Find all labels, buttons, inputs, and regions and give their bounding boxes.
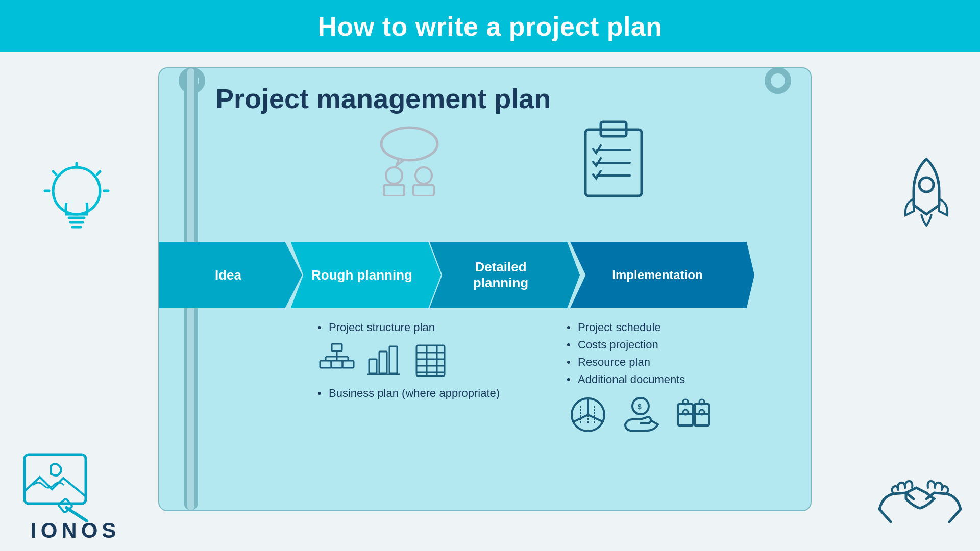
page-title: How to write a project plan bbox=[0, 11, 980, 42]
arrow-idea-label: Idea bbox=[215, 267, 241, 283]
header-bar: How to write a project plan bbox=[0, 0, 980, 52]
rough-item-2: • Business plan (where appropriate) bbox=[317, 387, 546, 400]
svg-point-16 bbox=[386, 167, 402, 184]
detailed-item-1: • Project schedule bbox=[567, 321, 795, 334]
svg-rect-31 bbox=[320, 361, 331, 368]
detailed-planning-content: • Project schedule • Costs projection • … bbox=[567, 321, 795, 437]
scroll-title: Project management plan bbox=[215, 83, 551, 114]
svg-rect-32 bbox=[331, 361, 342, 368]
arrow-detailed-label: Detailedplanning bbox=[473, 259, 528, 291]
idea-lightbulb-icon bbox=[41, 159, 112, 243]
arrow-implementation: Implementation bbox=[560, 242, 754, 308]
svg-line-13 bbox=[879, 509, 891, 522]
scroll-curl-top-right bbox=[765, 67, 791, 94]
arrows-row: Idea Rough planning Detailedplanning Imp… bbox=[159, 242, 811, 308]
svg-line-14 bbox=[949, 509, 961, 522]
svg-rect-38 bbox=[416, 345, 445, 376]
handshake-icon bbox=[875, 468, 965, 537]
svg-line-5 bbox=[53, 171, 56, 174]
image-search-icon bbox=[20, 450, 102, 527]
svg-text:1: 1 bbox=[631, 405, 634, 410]
arrow-rough-label: Rough planning bbox=[311, 267, 412, 283]
svg-point-18 bbox=[415, 167, 432, 184]
rough-planning-icons bbox=[317, 341, 546, 380]
detailed-item-3: • Resource plan bbox=[567, 356, 795, 369]
svg-line-6 bbox=[97, 171, 100, 174]
ionos-brand: IONOS bbox=[31, 518, 120, 543]
svg-rect-33 bbox=[342, 361, 354, 368]
svg-rect-35 bbox=[379, 352, 387, 373]
main-content: Project management plan bbox=[0, 52, 980, 551]
svg-rect-19 bbox=[413, 185, 434, 196]
svg-point-56 bbox=[683, 399, 688, 405]
svg-point-0 bbox=[53, 167, 100, 214]
pie-calendar-icon bbox=[567, 393, 610, 437]
scroll-container: Project management plan bbox=[158, 67, 812, 511]
spreadsheet-icon bbox=[412, 341, 451, 380]
svg-point-9 bbox=[919, 178, 934, 192]
svg-point-59 bbox=[699, 410, 704, 415]
rocket-icon bbox=[893, 154, 960, 235]
content-below-arrows: • Project structure plan bbox=[317, 321, 795, 437]
svg-rect-52 bbox=[678, 414, 693, 425]
discussion-icon bbox=[363, 124, 455, 198]
svg-rect-34 bbox=[369, 359, 377, 373]
svg-rect-25 bbox=[332, 344, 342, 351]
svg-point-57 bbox=[699, 399, 704, 405]
svg-rect-17 bbox=[384, 185, 404, 196]
detailed-item-2: • Costs projection bbox=[567, 338, 795, 352]
blocks-icon bbox=[673, 395, 714, 436]
arrow-detailed-planning: Detailedplanning bbox=[422, 242, 580, 308]
svg-rect-36 bbox=[389, 346, 397, 373]
svg-point-15 bbox=[381, 128, 437, 160]
arrow-idea: Idea bbox=[159, 242, 302, 308]
money-hand-icon: $ 1 bbox=[621, 395, 662, 436]
detailed-planning-icons: $ 1 bbox=[567, 393, 795, 437]
org-chart-icon bbox=[317, 341, 356, 380]
svg-rect-10 bbox=[24, 455, 86, 504]
arrow-rough-planning: Rough planning bbox=[283, 242, 441, 308]
bar-chart-icon bbox=[365, 341, 403, 380]
clipboard-checklist-icon bbox=[578, 117, 649, 201]
detailed-item-4: • Additional documents bbox=[567, 373, 795, 386]
svg-text:$: $ bbox=[638, 403, 642, 411]
rough-item-1: • Project structure plan bbox=[317, 321, 546, 334]
rough-planning-content: • Project structure plan bbox=[317, 321, 546, 437]
arrow-implementation-label: Implementation bbox=[612, 268, 702, 282]
svg-rect-53 bbox=[695, 414, 709, 425]
svg-point-58 bbox=[683, 410, 688, 415]
